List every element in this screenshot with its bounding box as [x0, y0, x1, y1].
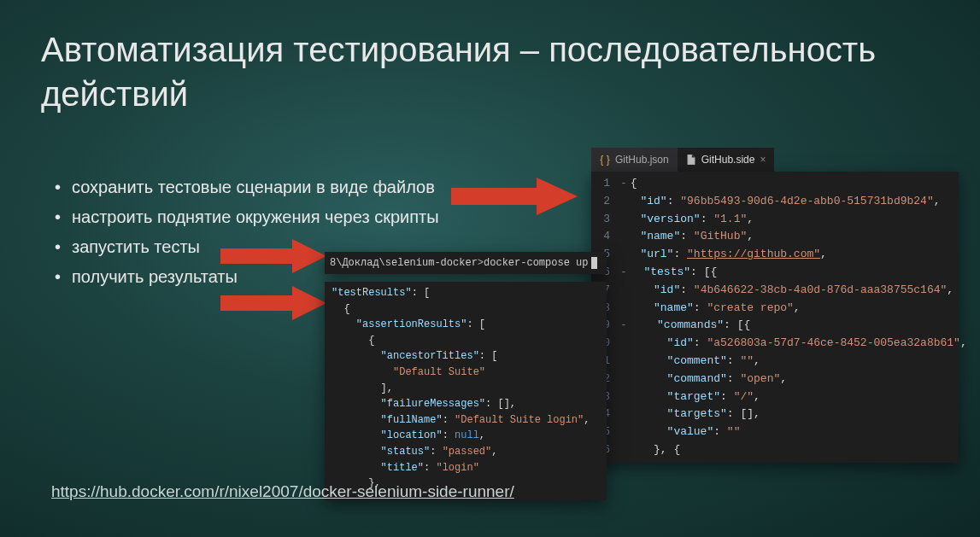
code-line: 11 "comment": "", [591, 353, 959, 371]
code-line: 7 "id": "4b646622-38cb-4a0d-876d-aaa3875… [591, 282, 959, 300]
code-line: ], [332, 381, 600, 397]
editor-tabs: { } GitHub.json GitHub.side × [591, 148, 774, 172]
arrow-icon [220, 286, 326, 320]
code-line: 13 "target": "/", [591, 388, 959, 406]
terminal-command: docker-compose up [484, 257, 588, 269]
code-line: 6- "tests": [{ [591, 264, 959, 282]
svg-marker-1 [220, 239, 326, 273]
code-line: "Default Suite" [332, 365, 600, 381]
file-icon [686, 155, 696, 165]
code-line: "title": "login" [332, 460, 600, 476]
code-line: 8 "name": "create repo", [591, 300, 959, 318]
terminal-path: 8\Доклад\selenium-docker [330, 257, 478, 269]
tab-label: GitHub.side [701, 154, 755, 166]
tab-github-json[interactable]: { } GitHub.json [591, 148, 678, 172]
code-line: 3 "version": "1.1", [591, 211, 959, 229]
code-line: 9- "commands": [{ [591, 317, 959, 335]
svg-marker-0 [451, 178, 578, 215]
code-line: { [332, 301, 600, 318]
code-line: 10 "id": "a526803a-57d7-46ce-8452-005ea3… [591, 335, 959, 353]
code-side-file: 1-{2 "id": "96bb5493-90d6-4d2e-abb0-5157… [591, 172, 959, 463]
code-line: "testResults": [ [332, 285, 600, 301]
code-line: 1-{ [591, 175, 959, 193]
terminal-snippet: 8\Доклад\selenium-docker>docker-compose … [325, 252, 607, 274]
close-icon[interactable]: × [760, 154, 766, 166]
code-line: "fullName": "Default Suite login", [332, 412, 600, 429]
bullet-item-1: сохранить тестовые сценарии в виде файло… [55, 178, 439, 197]
arrow-icon [451, 178, 578, 215]
code-line: "ancestorTitles": [ [332, 348, 600, 365]
code-results: "testResults": [ { "assertionResults": [… [325, 282, 607, 500]
docker-hub-link[interactable]: https://hub.docker.com/r/nixel2007/docke… [51, 482, 514, 501]
code-line: "failureMessages": [], [332, 396, 600, 412]
code-line: 16 }, { [591, 441, 959, 459]
code-line: 14 "targets": [], [591, 406, 959, 423]
tab-github-side[interactable]: GitHub.side × [678, 148, 775, 172]
bullet-list: сохранить тестовые сценарии в виде файло… [55, 178, 439, 297]
code-line: { [332, 333, 600, 349]
slide-title: Автоматизация тестирования – последовате… [41, 27, 939, 116]
code-line: 4 "name": "GitHub", [591, 228, 959, 246]
code-line: 5 "url": "https://github.com", [591, 246, 959, 264]
json-icon: { } [600, 155, 610, 165]
cursor-icon [591, 257, 597, 269]
tab-label: GitHub.json [615, 154, 669, 166]
code-line: 12 "command": "open", [591, 371, 959, 388]
code-line: "assertionResults": [ [332, 317, 600, 333]
code-line: "status": "passed", [332, 444, 600, 460]
bullet-item-2: настроить поднятие окружения через скрип… [55, 207, 439, 227]
code-line: 15 "value": "" [591, 423, 959, 441]
svg-marker-2 [220, 286, 326, 320]
arrow-icon [220, 239, 326, 273]
code-line: 2 "id": "96bb5493-90d6-4d2e-abb0-515731b… [591, 193, 959, 211]
code-line: "location": null, [332, 428, 600, 444]
